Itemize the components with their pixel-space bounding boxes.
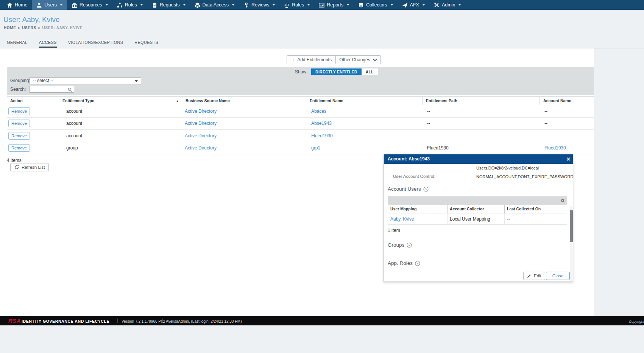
- entitlement-type-cell: account: [59, 121, 182, 126]
- column-header-user-mapping[interactable]: User Mapping: [388, 205, 447, 213]
- chevron-down-icon: [232, 4, 234, 6]
- nav-item-admin[interactable]: Admin: [429, 0, 465, 10]
- column-header-entitlement-path[interactable]: Entitlement Path: [422, 97, 540, 105]
- chevron-down-icon: [273, 4, 275, 6]
- chevron-down-icon: [307, 4, 310, 6]
- chart-icon: [319, 2, 324, 8]
- business-source-link[interactable]: Active Directory: [185, 109, 217, 114]
- edit-label: Edit: [534, 274, 541, 278]
- nav-item-reports[interactable]: Reports: [314, 0, 354, 10]
- business-source-link[interactable]: Active Directory: [185, 121, 217, 126]
- remove-button[interactable]: Remove: [8, 107, 30, 115]
- nav-item-home[interactable]: Home: [2, 0, 32, 10]
- chevron-down-icon: [458, 4, 461, 6]
- remove-button[interactable]: Remove: [8, 120, 30, 127]
- edit-button[interactable]: Edit: [523, 272, 545, 280]
- column-header-action[interactable]: Action: [7, 97, 59, 105]
- toggle-all[interactable]: ALL: [362, 68, 378, 75]
- breadcrumb-current: USER: AABY, KVIVE: [42, 26, 83, 30]
- groups-heading: Groups: [388, 242, 404, 248]
- tab-requests[interactable]: REQUESTS: [134, 40, 158, 48]
- nav-item-resources[interactable]: Resources: [67, 0, 112, 10]
- popup-scrollbar-thumb[interactable]: [570, 210, 573, 242]
- other-changes-button[interactable]: Other Changes: [335, 55, 381, 64]
- bank-icon: [72, 2, 77, 8]
- business-source-link[interactable]: Active Directory: [185, 133, 217, 138]
- column-header-business-source-name[interactable]: Business Source Name: [182, 97, 306, 105]
- column-header-last-collected-on[interactable]: Last Collected On: [504, 205, 567, 213]
- breadcrumb-separator: >: [38, 26, 41, 30]
- breadcrumb-home[interactable]: HOME: [4, 26, 16, 30]
- nav-item-data-access[interactable]: Data Access: [190, 0, 239, 10]
- entitlement-name-link[interactable]: grp1: [311, 145, 320, 151]
- entitlement-name-link[interactable]: Abaces: [311, 109, 326, 114]
- entitlement-path-cell: --: [422, 109, 540, 114]
- table-row: Remove group Active Directory grp1 Flued…: [7, 142, 594, 155]
- business-source-link[interactable]: Active Directory: [185, 145, 217, 151]
- tools-icon: [434, 2, 440, 8]
- tab-violations-exceptions[interactable]: VIOLATIONS/EXCEPTIONS: [68, 40, 123, 48]
- footer-divider: [162, 319, 163, 323]
- tab-general[interactable]: GENERAL: [7, 40, 28, 48]
- account-name-link[interactable]: Flued1930: [544, 145, 566, 151]
- chevron-down-icon: [347, 4, 349, 6]
- column-header-account-name[interactable]: Account Name: [540, 97, 594, 105]
- tab-access[interactable]: ACCESS: [39, 40, 57, 48]
- nav-item-reviews[interactable]: Reviews: [239, 0, 279, 10]
- version-text: Version 7.2.1.179966 P02: [122, 319, 165, 323]
- nav-item-label: Data Access: [203, 2, 229, 8]
- column-header-label: Entitlement Type: [62, 98, 94, 103]
- entitlement-path-cell: --: [422, 121, 540, 126]
- nav-item-requests[interactable]: Requests: [147, 0, 190, 10]
- rsa-logo: RSA: [8, 317, 21, 324]
- column-header-entitlement-type[interactable]: Entitlement Type▲: [59, 97, 182, 105]
- layers-icon: [195, 2, 200, 8]
- nav-item-label: Admin: [442, 2, 455, 8]
- account-users-section-toggle[interactable]: Account Users: [388, 186, 429, 192]
- gear-icon[interactable]: [560, 198, 565, 205]
- items-count: 1 item: [388, 228, 400, 233]
- user-mapping-link[interactable]: Aaby, Kvive: [390, 216, 414, 222]
- nav-item-collectors[interactable]: Collectors: [354, 0, 398, 10]
- page-title: User: Aaby, Kvive: [3, 16, 60, 24]
- sitemap-icon: [117, 2, 123, 8]
- chevron-down-icon: [106, 4, 108, 6]
- nav-item-label: Roles: [125, 2, 137, 8]
- refresh-list-label: Refresh List: [22, 165, 45, 170]
- search-icon: [68, 87, 72, 94]
- search-label: Search:: [10, 87, 26, 92]
- grouping-select[interactable]: -- select --: [30, 77, 141, 84]
- app-roles-section-toggle[interactable]: App. Roles: [388, 260, 420, 266]
- breadcrumb-users[interactable]: USERS: [22, 26, 36, 30]
- account-users-table: User Mapping Account Collector Last Coll…: [388, 205, 567, 225]
- add-entitlements-button[interactable]: + Add Entitlements: [287, 55, 337, 64]
- refresh-list-button[interactable]: Refresh List: [10, 163, 49, 171]
- sort-ascending-icon: ▲: [176, 97, 179, 105]
- toggle-directly-entitled[interactable]: DIRECTLY ENTITLED: [311, 68, 362, 75]
- entitlement-path-cell: --: [422, 133, 540, 138]
- column-header-account-collector[interactable]: Account Collector: [447, 205, 504, 213]
- close-icon[interactable]: ×: [567, 154, 570, 164]
- nav-item-roles[interactable]: Roles: [112, 0, 147, 10]
- nav-item-label: AFX: [410, 2, 419, 8]
- app-footer: RSA IDENTITY GOVERNANCE AND LIFECYCLE Ve…: [0, 316, 644, 325]
- chevron-down-icon: [423, 4, 425, 6]
- user-account-control-value: NORMAL_ACCOUNT,DONT_EXPIRE_PASSWORD: [476, 174, 574, 179]
- tab-bar: GENERAL ACCESS VIOLATIONS/EXCEPTIONS REQ…: [7, 40, 158, 48]
- nav-item-users[interactable]: Users: [32, 0, 67, 10]
- nav-item-afx[interactable]: AFX: [398, 0, 429, 10]
- search-input[interactable]: [30, 86, 67, 92]
- other-changes-label: Other Changes: [339, 57, 370, 62]
- close-button[interactable]: Close: [546, 272, 570, 280]
- entitlement-name-link[interactable]: Abse1943: [311, 121, 332, 126]
- nav-item-label: Reviews: [251, 2, 269, 8]
- account-name-cell: --: [540, 109, 594, 114]
- entitlement-type-cell: group: [59, 145, 182, 151]
- remove-button[interactable]: Remove: [8, 144, 30, 152]
- table-row: Remove account Active Directory Flued193…: [7, 130, 594, 142]
- groups-section-toggle[interactable]: Groups: [388, 242, 412, 248]
- nav-item-rules[interactable]: Rules: [279, 0, 314, 10]
- remove-button[interactable]: Remove: [8, 132, 30, 140]
- entitlement-name-link[interactable]: Flued1930: [311, 133, 333, 138]
- column-header-entitlement-name[interactable]: Entitlement Name: [306, 97, 422, 105]
